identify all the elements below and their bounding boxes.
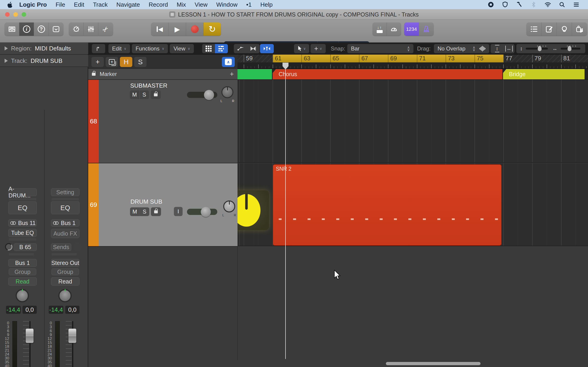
menu-item[interactable]: Logic Pro [19,1,47,8]
snap-dropdown[interactable]: Bar∧∨ [347,44,414,53]
volume-value[interactable]: -14,4 [49,306,63,314]
horizontal-scrollbar[interactable] [386,362,481,365]
add-marker-button[interactable]: + [230,70,234,78]
empty-send-slot[interactable] [52,253,77,256]
catch-playhead-button[interactable] [260,44,274,53]
ruler-bar-number[interactable]: 67 [359,55,388,62]
loop-browser-button[interactable] [557,23,572,36]
eq-thumbnail-button[interactable]: EQ [8,201,37,214]
ruler-bar-number[interactable]: 59 [244,55,273,62]
quick-help-button[interactable]: ? [34,23,49,36]
cycle-button[interactable]: ↻ [204,23,221,36]
volume-fader[interactable] [26,329,34,343]
bar-ruler[interactable]: 596163656769717375777981 [237,55,588,62]
ruler-bar-number[interactable]: 63 [301,55,330,62]
fader-track[interactable] [72,321,73,367]
mixer-button[interactable] [84,23,98,36]
menu-list-icon[interactable] [573,1,580,8]
media-browser-button[interactable] [572,23,587,36]
play-button[interactable]: ▶ [169,23,186,36]
output-slot[interactable]: Stereo Out [51,259,79,267]
volume-fader[interactable] [69,329,76,343]
add-track-button[interactable]: + [91,57,104,67]
ruler-bar-number[interactable]: 75 [475,55,503,62]
drag-dropdown[interactable]: No Overlap∧∨ [434,44,479,53]
waveform-zoom-button[interactable] [476,44,489,53]
library-button[interactable] [5,23,19,36]
pointer-tool-button[interactable]: ∨ [294,44,309,53]
menu-item[interactable]: Edit [74,1,84,8]
track-pan-knob[interactable] [223,200,235,212]
screen-record-indicator-icon[interactable] [487,1,494,8]
empty-fx-slot[interactable] [9,238,36,241]
pan-knob[interactable] [58,289,72,302]
gain-slot[interactable] [9,198,36,200]
local-menu-button[interactable]: View∨ [170,44,194,53]
solo-tracks-button[interactable]: S [134,57,147,67]
track-inspector-header[interactable]: Track: DRUM SUB [0,55,88,67]
note-pads-button[interactable] [542,23,557,36]
menu-item[interactable]: File [56,1,65,8]
ruler-bar-number[interactable]: 61 [273,55,302,62]
disclosure-triangle-icon[interactable] [5,59,8,63]
input-slot[interactable]: Bus 1 [51,219,79,227]
cpu-meter-button[interactable] [387,23,401,36]
track-header-69[interactable]: 69 DRUM SUB M S I LR [88,163,237,247]
menu-item[interactable]: Help [260,1,273,8]
disclosure-triangle-icon[interactable] [5,46,8,50]
group-slot[interactable]: Group [52,268,79,275]
horizontal-zoom-slider[interactable] [561,48,580,50]
bluetooth-icon[interactable] [530,1,537,8]
track-volume-slider[interactable] [187,92,217,98]
automation-mode-button[interactable]: Read [8,277,37,286]
send-slot[interactable]: B 65 [14,243,37,251]
track-header-68[interactable]: 68 SUBMASTER M S LR [88,80,237,163]
slider-thumb[interactable] [204,90,214,100]
menu-item[interactable]: View [195,1,208,8]
channel-setting-button[interactable]: Setting [51,188,79,196]
ruler-bar-number[interactable]: 77 [503,55,532,62]
hide-tracks-button[interactable]: H [120,57,132,67]
menu-item[interactable]: Mix [177,1,186,8]
local-menu-button[interactable]: Functions∨ [132,44,168,53]
menu-item[interactable]: Navigate [116,1,140,8]
editors-button[interactable]: ✂ [98,23,113,36]
apple-menu-icon[interactable] [6,1,13,8]
solo-button[interactable]: S [140,90,149,99]
empty-send-slot[interactable] [9,253,34,256]
smart-controls-button[interactable] [69,23,84,36]
tool-hammer-icon[interactable] [516,1,523,8]
marker-bridge[interactable]: Bridge [503,69,585,79]
track-header-config-button[interactable]: ∧ [222,57,235,67]
ruler-bar-number[interactable]: 69 [388,55,417,62]
track-volume-slider[interactable] [187,209,217,215]
ruler-bar-number[interactable]: 71 [417,55,446,62]
automation-mode-button[interactable]: Read [51,277,79,286]
group-slot[interactable]: Group [9,268,36,275]
list-editors-button[interactable] [527,23,542,36]
ruler-bar-number[interactable]: 73 [446,55,475,62]
ruler-bar-number[interactable]: 65 [330,55,359,62]
vertical-zoom-slider[interactable] [526,48,548,50]
mute-button[interactable]: M [130,90,140,99]
record-button[interactable] [186,23,204,36]
menu-item[interactable]: •1 [246,1,252,8]
send-level-knob[interactable] [5,243,12,250]
shield-icon[interactable] [502,1,509,8]
secondary-tool-button[interactable]: +∨ [311,44,326,53]
back-arrow-button[interactable] [92,44,105,53]
automation-button[interactable] [234,44,247,53]
region-inspector-header[interactable]: Region: MIDI Defaults [0,43,88,55]
fader-track[interactable] [29,321,31,367]
ruler-tick-strip[interactable] [237,62,588,69]
input-monitor-button[interactable]: I [174,207,183,216]
marker-chorus[interactable]: Chorus [273,69,502,79]
gain-slot[interactable] [52,198,79,200]
pan-value[interactable]: 0,0 [65,306,79,314]
eq-thumbnail-button[interactable]: EQ [51,201,79,214]
volume-value[interactable]: -14,4 [6,306,21,314]
empty-arrange-area[interactable] [88,247,588,367]
track-pan-knob[interactable] [221,86,233,98]
menu-item[interactable]: Window [216,1,237,8]
vertical-auto-zoom-button[interactable]: ↕ [491,44,503,53]
